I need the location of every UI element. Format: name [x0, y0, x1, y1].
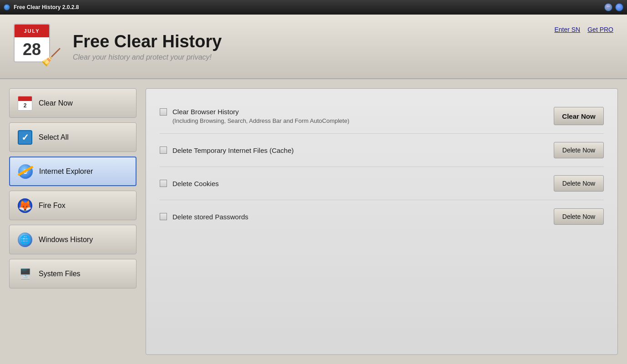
firefox-icon: [17, 197, 33, 214]
browser-history-checkbox[interactable]: [160, 108, 167, 116]
header-text: Free Clear History Clear your history an…: [73, 32, 613, 61]
sidebar-item-select-all[interactable]: ✓ Select All: [9, 122, 137, 152]
header: JULY 28 🧹 Free Clear History Clear your …: [0, 15, 627, 79]
passwords-label: Delete stored Passwords: [172, 213, 248, 221]
title-bar-icon: [4, 4, 10, 10]
close-button[interactable]: [615, 3, 623, 11]
title-bar-left: Free Clear History 2.0.2.8: [4, 4, 79, 10]
sidebar-item-firefox[interactable]: Fire Fox: [9, 191, 137, 220]
sidebar-item-windows-history[interactable]: 🌐 Windows History: [9, 225, 137, 254]
app-body: JULY 28 🧹 Free Clear History Clear your …: [0, 15, 627, 364]
ie-icon: e: [17, 163, 34, 180]
cookies-checkbox[interactable]: [160, 180, 167, 187]
sidebar-select-all-label: Select All: [39, 133, 69, 142]
clear-now-icon: 2: [17, 95, 33, 111]
passwords-checkbox[interactable]: [160, 213, 167, 220]
cal-month: JULY: [15, 25, 49, 37]
header-links: Enter SN Get PRO: [554, 26, 613, 33]
temp-files-row: Delete Temporary Internet Files (Cache) …: [160, 134, 604, 167]
browser-history-checkbox-area: Clear Browser History (Including Browsin…: [160, 108, 546, 124]
sidebar-system-files-label: System Files: [39, 270, 81, 278]
sidebar-item-internet-explorer[interactable]: e Internet Explorer: [9, 157, 137, 186]
temp-files-checkbox-area: Delete Temporary Internet Files (Cache): [160, 147, 546, 154]
browser-history-row: Clear Browser History (Including Browsin…: [160, 102, 604, 134]
cookies-row: Delete Cookies Delete Now: [160, 167, 604, 200]
windows-history-icon: 🌐: [17, 232, 33, 248]
cookies-checkbox-area: Delete Cookies: [160, 180, 546, 187]
enter-sn-link[interactable]: Enter SN: [554, 26, 580, 33]
get-pro-link[interactable]: Get PRO: [587, 26, 613, 33]
temp-files-checkbox[interactable]: [160, 147, 167, 154]
app-logo: JULY 28 🧹: [14, 24, 59, 69]
broom-icon: 🧹: [41, 48, 61, 67]
minimize-button[interactable]: ─: [604, 3, 612, 11]
browser-history-label: Clear Browser History: [172, 108, 239, 116]
sidebar-item-system-files[interactable]: 🖥️ System Files: [9, 259, 137, 288]
sidebar-windows-history-label: Windows History: [39, 236, 93, 244]
browser-history-sublabel: (Including Browsing, Search, Address Bar…: [172, 117, 546, 124]
title-bar-controls: ─: [604, 3, 623, 11]
title-bar-title: Free Clear History 2.0.2.8: [14, 4, 79, 10]
content-panel: Clear Browser History (Including Browsin…: [146, 88, 618, 355]
delete-passwords-button[interactable]: Delete Now: [554, 208, 604, 225]
sidebar-ie-label: Internet Explorer: [39, 167, 93, 176]
passwords-row: Delete stored Passwords Delete Now: [160, 200, 604, 233]
sidebar-clear-now-label: Clear Now: [39, 99, 73, 107]
sidebar-firefox-label: Fire Fox: [39, 202, 66, 210]
select-all-icon: ✓: [17, 129, 33, 146]
passwords-checkbox-area: Delete stored Passwords: [160, 213, 546, 221]
temp-files-label: Delete Temporary Internet Files (Cache): [172, 147, 294, 154]
delete-cookies-button[interactable]: Delete Now: [554, 175, 604, 192]
system-files-icon: 🖥️: [17, 266, 33, 282]
clear-now-button[interactable]: Clear Now: [554, 107, 604, 125]
app-subtitle: Clear your history and protect your priv…: [73, 53, 613, 61]
sidebar: 2 Clear Now ✓ Select All e Internet Expl…: [9, 88, 137, 355]
app-title: Free Clear History: [73, 32, 613, 51]
title-bar: Free Clear History 2.0.2.8 ─: [0, 0, 627, 15]
sidebar-item-clear-now[interactable]: 2 Clear Now: [9, 88, 137, 118]
delete-temp-button[interactable]: Delete Now: [554, 142, 604, 158]
cookies-label: Delete Cookies: [172, 180, 219, 187]
main-content: 2 Clear Now ✓ Select All e Internet Expl…: [0, 79, 627, 364]
